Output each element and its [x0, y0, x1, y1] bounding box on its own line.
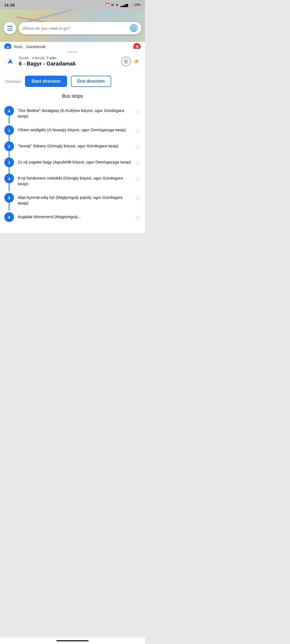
svg-point-1 [124, 59, 128, 63]
bottom-sheet: Route. Interval: 7 min 6 - Bagyr - Garad… [0, 49, 145, 233]
stop-name: "Dor Bedew" duralgasy (G.Kulíýew köçesi,… [18, 108, 131, 119]
stop-favorite-button[interactable]: ☆ [135, 106, 141, 115]
stop-content: 21-nji çagalar bagy (Agzybirlik köçesi, … [18, 158, 131, 165]
route-card-text: Rout... Garadamak [14, 45, 130, 49]
list-item: 5 Akja hyzmat ediş öýi (Magtymguly şaýol… [4, 190, 141, 209]
svg-point-0 [125, 61, 127, 62]
stop-favorite-button[interactable]: ☆ [135, 125, 141, 134]
route-header: Route. Interval: 7 min 6 - Bagyr - Garad… [0, 54, 145, 71]
stop-name: 21-nji çagalar bagy (Agzybirlik köçesi, … [18, 159, 131, 165]
hamburger-icon [7, 26, 13, 31]
list-item: 2 "Nusaý" dükany (Görogly köçesi, ugur G… [4, 138, 141, 154]
list-item: 3 21-nji çagalar bagy (Agzybirlik köçesi… [4, 154, 141, 170]
end-direction-tab[interactable]: End direction [71, 76, 111, 87]
stop-name: 8-nji hünärment mekdebi (Görogly köçesi,… [18, 175, 131, 186]
stop-favorite-button[interactable]: ☆ [135, 193, 141, 202]
list-item: 4 8-nji hünärment mekdebi (Görogly köçes… [4, 170, 141, 190]
list-item: 1 Ylham seýilgähi (A.Nowaýy köçesi, ugur… [4, 122, 141, 138]
battery-icon: 🔋 29% [130, 3, 141, 7]
stop-marker: 3 [4, 158, 14, 167]
stop-marker: A [4, 106, 14, 116]
status-icons: ⏰ ✉ ➤ ▂▄▆ 🔋 29% [105, 3, 141, 7]
bus-stops-heading: Bus stops [0, 91, 145, 103]
stop-marker: 1 [4, 125, 14, 135]
stop-content: Akja hyzmat ediş öýi (Magtymguly şaýoly,… [18, 193, 131, 206]
route-interval: Interval: 7 min [32, 56, 56, 60]
stop-favorite-button[interactable]: ☆ [135, 212, 141, 221]
stop-content: Ylham seýilgähi (A.Nowaýy köçesi, ugur D… [18, 125, 131, 133]
stop-circle: 2 [4, 141, 14, 151]
status-bar: 11:18 ⏰ ✉ ➤ ▂▄▆ 🔋 29% [0, 0, 145, 10]
route-info: Route. Interval: 7 min 6 - Bagyr - Garad… [19, 56, 117, 67]
stop-marker: 2 [4, 141, 14, 151]
stop-marker: 4 [4, 174, 14, 183]
stop-list: A "Dor Bedew" duralgasy (G.Kulíýew köçes… [0, 103, 145, 225]
sheet-handle [0, 49, 145, 54]
locate-button[interactable] [121, 57, 131, 66]
stop-name: Ylham seýilgähi (A.Nowaýy köçesi, ugur D… [18, 127, 131, 133]
search-bar-row: 🌐 [0, 19, 145, 37]
stop-circle: 5 [4, 193, 14, 203]
stop-circle: 4 [4, 174, 14, 183]
stop-name: "Nusaý" dükany (Görogly köçesi, ugur Gün… [18, 143, 131, 149]
stop-circle: 3 [4, 158, 14, 167]
list-item: 6 Asgabat Monementi (Magtymguly... ☆ [4, 209, 141, 225]
stop-name: Akja hyzmat ediş öýi (Magtymguly şaýoly,… [18, 195, 131, 206]
stop-content: "Nusaý" dükany (Görogly köçesi, ugur Gün… [18, 141, 131, 149]
navigation-icon: ➤ [116, 3, 119, 7]
search-input[interactable] [23, 26, 130, 31]
globe-icon[interactable]: 🌐 [130, 24, 137, 32]
signal-icon: ▂▄▆ [120, 3, 128, 7]
route-interval-value: 7 min [46, 56, 56, 60]
stop-content: Asgabat Monementi (Magtymguly... [18, 212, 131, 219]
stop-marker: 6 [4, 212, 14, 222]
sheet-handle-bar [67, 52, 78, 53]
direction-tabs: Direction Start direction End direction [0, 71, 145, 91]
list-item: A "Dor Bedew" duralgasy (G.Kulíýew köçes… [4, 103, 141, 122]
stop-circle: A [4, 106, 14, 116]
menu-button[interactable] [4, 22, 16, 34]
route-name: 6 - Bagyr - Garadamak [19, 61, 117, 67]
direction-label: Direction [5, 79, 21, 84]
stop-name: Asgabat Monementi (Magtymguly... [18, 214, 131, 219]
stop-content: 8-nji hünärment mekdebi (Görogly köçesi,… [18, 174, 131, 186]
status-time: 11:18 [4, 3, 15, 7]
favorite-button[interactable]: ★ [133, 57, 140, 65]
route-direction-icon [5, 57, 15, 66]
stop-favorite-button[interactable]: ☆ [135, 158, 141, 167]
stop-favorite-button[interactable]: ☆ [135, 174, 141, 183]
start-direction-tab[interactable]: Start direction [25, 76, 67, 87]
alarm-icon: ⏰ [105, 3, 110, 7]
stop-content: "Dor Bedew" duralgasy (G.Kulíýew köçesi,… [18, 106, 131, 119]
stop-marker: 5 [4, 193, 14, 203]
mail-icon: ✉ [111, 3, 114, 7]
route-actions: ★ [121, 57, 140, 66]
stop-favorite-button[interactable]: ☆ [135, 141, 141, 151]
route-meta: Route. Interval: 7 min [19, 56, 117, 60]
route-label: Route. [19, 56, 30, 60]
search-input-wrap[interactable]: 🌐 [19, 22, 141, 34]
stop-circle: 6 [4, 212, 14, 222]
stop-circle: 1 [4, 125, 14, 135]
